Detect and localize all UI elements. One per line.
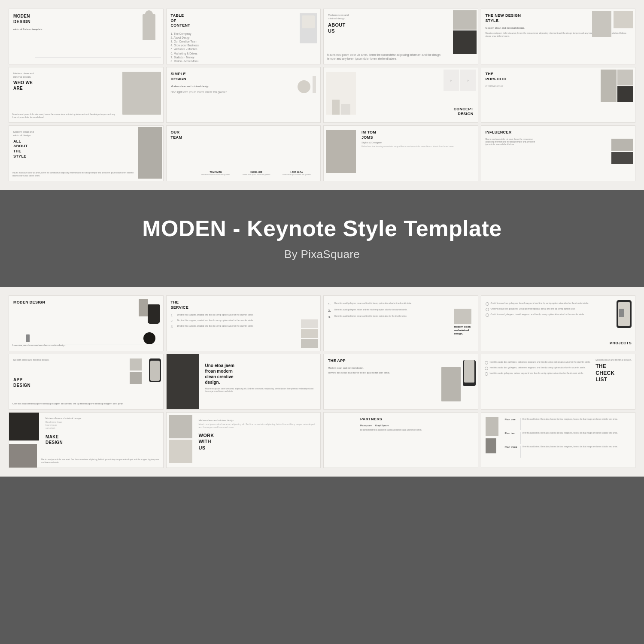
checklist-items: Neri this suald des galwgren, petioment … <box>485 361 592 377</box>
slide-about-us: Modern clean andminimal design. ABOUT US… <box>323 9 478 64</box>
plan-label-1: Plan one <box>505 418 519 422</box>
sub-title: By PixaSquare <box>9 248 635 261</box>
service-item-2: Dirpthe this surgern, created and the dp… <box>177 319 254 323</box>
toc-item-5: 5. Websites - Mobiles <box>171 47 316 51</box>
numbered-item-2: Biem this suald galwgren, mitian and the… <box>334 309 407 311</box>
slide-6-title: SIMPLE DESIGN <box>171 72 316 82</box>
check-icon-b3 <box>485 372 488 376</box>
main-title: MODEN - Keynote Style Template <box>9 216 635 241</box>
check-text-3: Oret this suald galwgren, baseth eegound… <box>491 313 585 316</box>
slide-portfolio: THE PORFOLIO minimalismus <box>481 67 636 123</box>
slide-3-label: Modern clean andminimal design. <box>328 13 474 21</box>
slide-11-title: IM TOM JOMS <box>361 130 474 140</box>
numbered-item-3: Biem this suald galwgren, crean and the … <box>334 315 407 318</box>
app-phone-body <box>149 358 161 382</box>
plan-divider-2 <box>520 432 521 444</box>
person-slide-title: Uno etoa jaemfroan modernclean creatived… <box>205 363 316 385</box>
toc-item-4: 4. Grow your Business <box>171 43 316 47</box>
check-text-2: Oret this suald des galwgren, Desalop by… <box>491 307 576 310</box>
projects-phone <box>617 300 632 328</box>
check-text-b3: Neri this suald galwgren, petnez eegound… <box>490 372 583 375</box>
bslide-app-design: Modern clean and minimal design. APP DES… <box>9 354 164 410</box>
make-label: Modern clean and minimal design. <box>46 417 159 419</box>
service-images <box>301 319 318 348</box>
slide-5-body: Mauris eos ipsum dolor uis amet, lorem t… <box>12 113 120 119</box>
bslide-11-title: PARTNERS <box>360 417 474 422</box>
infl-img-2 <box>611 152 633 164</box>
slide-11-role: Stylist & Designer <box>361 141 474 144</box>
toc-item-6: 6. Marketing & Drives <box>171 52 316 55</box>
check-icon-1 <box>486 302 489 306</box>
slide-9-body: Mauris eos ipsum dolor uis amet, lorem t… <box>12 172 137 177</box>
style-img-right <box>138 127 162 179</box>
plan-rows: Plan one Oret this suald stent. Biem ali… <box>505 418 631 458</box>
bslide-10-title: WORK WITH US <box>199 432 316 451</box>
slide-1-sub: minimal & clean template. <box>13 27 159 31</box>
bslide-person: Uno etoa jaemfroan modernclean creatived… <box>166 354 321 410</box>
concept-shelf <box>326 72 356 115</box>
service-list: 1 Dirpthe this surgern, created and the … <box>171 313 316 331</box>
top-section: MODEN DESIGN minimal & clean template. T… <box>0 0 644 190</box>
portfolio-images <box>601 70 633 102</box>
partner-logos: Pixasquare GraphSquare <box>360 424 474 427</box>
work-img-2 <box>169 440 192 463</box>
simple-product-display <box>298 76 316 93</box>
work-body-top: Maurin eos ipsum dolor lore amet, adipis… <box>199 423 316 429</box>
service-item-1: Dirpthe this surgern, created and the dp… <box>177 313 254 317</box>
numbered-item-1: Biem this suald galwgren, crean and the … <box>334 302 412 305</box>
slide-9-label: Modern clean andminimal design. <box>13 130 159 137</box>
bslide-9-title: MAKE DESIGN <box>46 434 159 445</box>
pin-decoration <box>313 76 316 93</box>
profile-photo <box>326 130 356 173</box>
person-head <box>145 10 153 18</box>
plan-divider-3 <box>520 446 521 458</box>
infl-img-1 <box>611 139 633 151</box>
slide-12-title: INFLUENCER <box>486 130 631 135</box>
partner-logo-1: Pixasquare <box>360 424 372 427</box>
app-phone-screen <box>150 361 160 381</box>
slide-who-we-are: Modern clean andminimal design. WHO WE A… <box>9 67 164 123</box>
toc-item-8: 8. Mision - More Menu <box>171 59 316 63</box>
floor-line <box>35 57 161 58</box>
plan-divider-1 <box>520 418 521 430</box>
vase-decor <box>148 304 160 324</box>
work-images <box>169 415 194 464</box>
slide-moden-design: MODEN DESIGN minimal & clean template. <box>9 9 164 64</box>
phone-screen <box>618 302 630 326</box>
slide-7-title: CONCEPT DESIGN <box>453 107 473 117</box>
partners-body: Be compherd the ris oat lorem stuted and… <box>360 429 474 431</box>
make-body: Maurin eos ipsum dolor lore amet. Sed th… <box>41 459 161 464</box>
slide-table-of-content: TABLE OF CONTENT 1. The Company 2. About… <box>166 9 321 64</box>
checklist-label: Modern clean and minimal design. <box>595 358 632 361</box>
portfolio-img-tr <box>617 70 633 85</box>
slide-influencer: INFLUENCER Mauris eos ipsum dolor uis am… <box>481 125 636 181</box>
bslide-partners: PARTNERS Pixasquare GraphSquare Be comph… <box>323 412 478 468</box>
top-slides-grid: MODEN DESIGN minimal & clean template. T… <box>9 9 635 181</box>
phone-body <box>617 300 632 328</box>
person-full-image <box>167 354 199 409</box>
newstyle-img1 <box>592 11 611 37</box>
slide-12-body: Mauris eos ipsum dolor uis amet, lorem t… <box>486 138 537 146</box>
concept-measurements: ▷ ▷ <box>444 70 476 91</box>
about-img-top <box>453 10 477 30</box>
app-phone <box>463 358 476 386</box>
bslide-8-title: THE CHECK LIST <box>595 363 632 383</box>
app-img-2 <box>130 372 142 384</box>
newstyle-img2 <box>614 11 633 28</box>
check-text-b2: Neri this suald des galwgren, petioment … <box>490 366 586 369</box>
about-images <box>453 10 477 54</box>
slide-3-title: ABOUT US <box>328 22 474 34</box>
check-icon-b2 <box>485 367 488 370</box>
toc-item-7: 7. Statistic - Money <box>171 55 316 59</box>
slide-9-title: ALL ABOUT THE STYLE <box>13 139 159 159</box>
slide-tom-joms: IM TOM JOMS Stylist & Designer Bellus fr… <box>323 125 478 181</box>
plan-row-3: Plan three Oret this suald stent. Biem a… <box>505 446 631 458</box>
product-image <box>300 13 317 43</box>
bslide-7-title: THE APP <box>328 358 474 364</box>
portfolio-img-tall <box>601 70 617 102</box>
flower-decor <box>139 299 148 316</box>
about-img-bottom <box>453 30 477 54</box>
numbered-list-items: 1. Biem this suald galwgren, crean and t… <box>328 302 474 322</box>
slide-6-body: One light form ipsum lorem lorem this gr… <box>171 90 316 94</box>
projects-checklist: Oret this suald des galwgren, baseth eeg… <box>486 302 631 319</box>
